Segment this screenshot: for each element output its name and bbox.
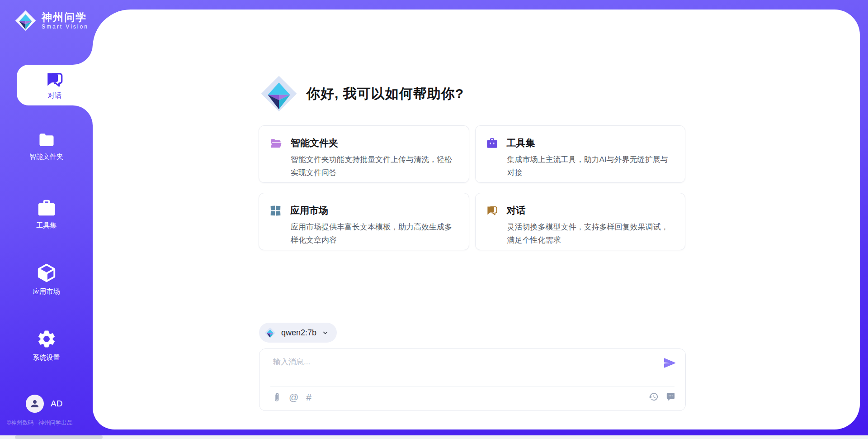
person-icon [29,398,40,409]
sidebar-item-app-market[interactable]: 应用市场 [0,262,93,296]
brand-name: 神州问学 [42,11,89,23]
mention-icon[interactable]: @ [289,392,298,403]
card-title: 对话 [507,204,526,217]
greeting: 你好, 我可以如何帮助你? [260,74,464,114]
sidebar-item-label: 系统设置 [33,353,60,362]
user-name: AD [51,399,62,409]
folder-icon [37,131,57,148]
message-composer: @ # [259,348,686,411]
briefcase-icon [37,198,57,217]
app-logo: 神州问学 Smart Vision [15,9,89,32]
send-button[interactable] [662,355,677,371]
chevron-down-icon [322,329,329,336]
grid-icon [269,205,282,217]
card-smart-folder[interactable]: 智能文件夹 智能文件夹功能支持批量文件上传与清洗，轻松实现文件问答 [259,125,469,183]
sidebar-item-label: 应用市场 [33,287,60,296]
chat-bubbles-icon [45,70,64,89]
sidebar-item-chat[interactable]: 对话 [17,65,93,105]
sidebar-item-label: 智能文件夹 [29,153,63,161]
card-title: 智能文件夹 [291,137,338,149]
brand-subtitle: Smart Vision [42,23,89,30]
card-title: 工具集 [507,137,535,149]
briefcase-icon [486,137,498,149]
hashtag-icon[interactable]: # [306,392,311,403]
brand-gem-icon [15,9,36,32]
card-description: 智能文件夹功能支持批量文件上传与清洗，轻松实现文件问答 [291,153,456,179]
attach-file-icon[interactable] [272,391,281,403]
cube-icon [36,262,57,283]
model-selector[interactable]: qwen2:7b [259,323,337,343]
card-description: 灵活切换多模型文件，支持多样回复效果调试，满足个性化需求 [507,220,673,247]
copyright-footer: ©神州数码 · 神州问学出品 [7,419,72,427]
card-description: 集成市场上主流工具，助力AI与外界无缝扩展与对接 [507,153,673,179]
feedback-bubble-icon[interactable] [665,391,675,402]
card-description: 应用市场提供丰富长文本模板，助力高效生成多样化文章内容 [291,220,456,247]
active-tab-fillet-bottom [73,105,93,125]
composer-divider [270,387,675,387]
sidebar-item-label: 对话 [48,91,61,100]
greeting-text: 你好, 我可以如何帮助你? [307,85,464,103]
sidebar-item-label: 工具集 [36,221,57,230]
sidebar-item-settings[interactable]: 系统设置 [0,329,93,362]
horizontal-scrollbar[interactable] [0,435,868,439]
avatar[interactable] [26,395,44,413]
sidebar-item-toolset[interactable]: 工具集 [0,198,93,230]
feature-cards: 智能文件夹 智能文件夹功能支持批量文件上传与清洗，轻松实现文件问答 工具集 集成… [259,125,685,250]
history-icon[interactable] [648,391,659,402]
card-chat[interactable]: 对话 灵活切换多模型文件，支持多样回复效果调试，满足个性化需求 [475,193,686,250]
active-tab-fillet-top [73,45,93,65]
card-app-market[interactable]: 应用市场 应用市场提供丰富长文本模板，助力高效生成多样化文章内容 [259,193,469,250]
model-name: qwen2:7b [281,328,316,338]
send-icon [663,357,676,369]
chat-bubbles-icon [486,205,498,217]
sidebar-item-smart-folder[interactable]: 智能文件夹 [0,131,93,161]
card-toolset[interactable]: 工具集 集成市场上主流工具，助力AI与外界无缝扩展与对接 [475,125,686,183]
greeting-gem-icon [260,74,297,114]
user-profile[interactable]: AD [26,395,62,413]
folder-open-icon [269,137,282,149]
message-input[interactable] [272,357,645,367]
card-title: 应用市场 [290,204,328,217]
scrollbar-thumb[interactable] [15,435,103,439]
gear-icon [36,329,57,349]
model-gem-icon [264,327,276,339]
